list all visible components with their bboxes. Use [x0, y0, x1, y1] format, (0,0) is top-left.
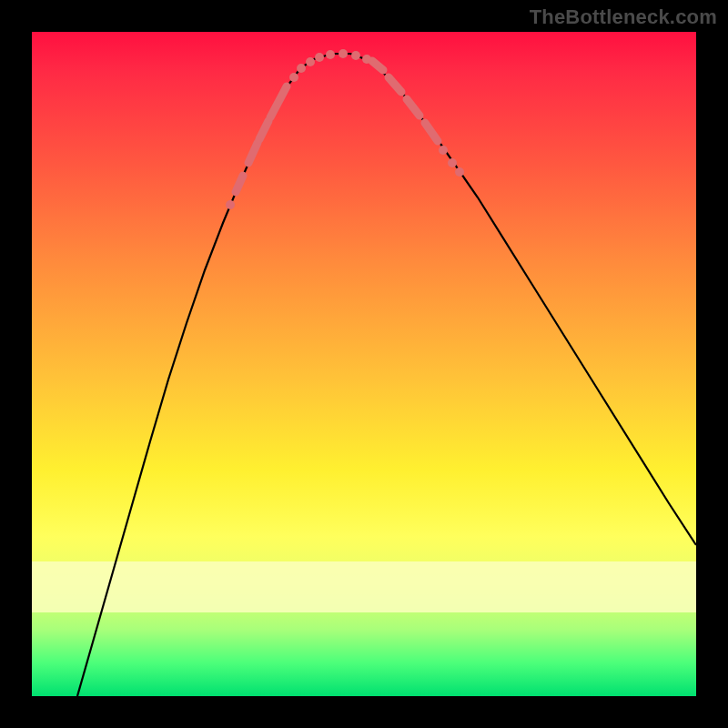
marker-segment — [372, 61, 383, 70]
marker-dot — [362, 55, 371, 64]
marker-dot — [351, 51, 360, 60]
chart-svg — [32, 32, 696, 696]
marker-segment — [259, 121, 268, 139]
watermark-text: TheBottleneck.com — [530, 5, 717, 29]
marker-segment — [248, 143, 258, 163]
marker-dot — [448, 158, 457, 167]
marker-segment — [270, 86, 287, 117]
marker-dot — [297, 64, 306, 73]
marker-dot — [289, 73, 298, 82]
chart-gradient-area — [32, 32, 696, 696]
marker-dot — [439, 146, 448, 155]
marker-dot — [339, 49, 348, 58]
marker-dot — [306, 57, 315, 66]
marker-segment — [236, 176, 243, 192]
marker-segment — [389, 77, 401, 92]
bottleneck-curve — [77, 54, 696, 696]
marker-dot — [455, 167, 464, 177]
marker-segment — [425, 123, 438, 141]
marker-dot — [326, 50, 335, 59]
marker-dot — [315, 53, 324, 62]
marker-layer — [226, 49, 464, 209]
marker-dot — [226, 200, 235, 209]
marker-segment — [407, 99, 420, 116]
